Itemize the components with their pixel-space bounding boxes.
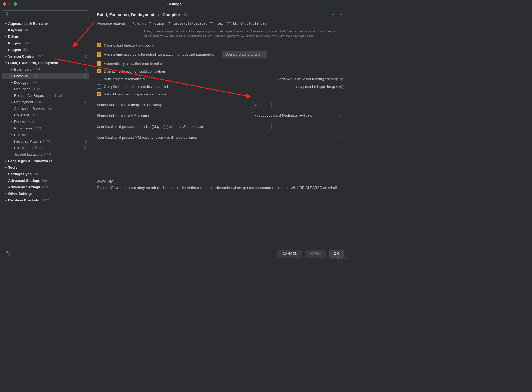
tree-item-trusted-locations[interactable]: Trusted LocationsHost xyxy=(2,151,89,158)
tree-item-kubernetes[interactable]: KubernetesHost xyxy=(2,125,89,131)
field-label: User-local build process VM options (ove… xyxy=(97,135,252,140)
tree-arrow-icon xyxy=(4,35,8,38)
tree-item-settings-sync[interactable]: Settings SyncHost xyxy=(2,171,89,177)
tree-label: Application Servers xyxy=(14,107,45,111)
tree-item-tools[interactable]: Tools xyxy=(2,164,89,171)
titlebar: Settings xyxy=(0,0,349,8)
tree-label: Kubernetes xyxy=(14,126,32,130)
tree-arrow-icon xyxy=(4,159,8,162)
tree-label: Docker xyxy=(14,120,25,124)
tree-label: Deployment xyxy=(14,100,33,104)
numeric-input[interactable] xyxy=(252,123,272,130)
checkbox[interactable] xyxy=(97,84,101,89)
tree-item-version-control[interactable]: Version ControlHost xyxy=(2,53,89,59)
numeric-input[interactable] xyxy=(252,101,272,108)
tree-label: Advanced Settings xyxy=(8,179,40,183)
tree-scope-tag: Client xyxy=(32,87,40,91)
checkbox[interactable] xyxy=(97,61,101,66)
tree-label: Build, Execution, Deployment xyxy=(8,61,58,65)
tree-item-build-tools[interactable]: Build ToolsHost xyxy=(2,66,89,73)
checkbox[interactable] xyxy=(97,52,101,57)
expand-icon[interactable]: ⤢ xyxy=(339,21,342,25)
tree-label: Debugger xyxy=(14,87,30,91)
tree-item-remote-jar-repositories[interactable]: Remote Jar RepositoriesHost xyxy=(2,92,89,99)
tree-label: Appearance & Behavior xyxy=(8,22,48,26)
checkbox-label: Clear output directory on rebuild xyxy=(104,43,154,47)
project-scope-icon xyxy=(84,113,87,117)
help-icon[interactable]: ? xyxy=(5,251,10,256)
tree-item-rainbow-brackets[interactable]: Rainbow BracketsClient xyxy=(2,197,89,203)
field-row: Shared build process heap size (Mbytes): xyxy=(97,101,343,108)
tree-arrow-icon xyxy=(4,22,8,25)
nav-back-icon[interactable]: ← xyxy=(331,12,335,17)
tree-label: Profilers xyxy=(14,133,27,137)
tree-item-appearance-behavior[interactable]: Appearance & Behavior xyxy=(2,20,89,27)
tree-item-advanced-settings[interactable]: Advanced SettingsHost xyxy=(2,184,89,190)
tree-label: Remote Jar Repositories xyxy=(14,94,53,98)
tree-item-application-servers[interactable]: Application ServersHost xyxy=(2,105,89,112)
tree-scope-tag: Client xyxy=(42,179,50,182)
content-header: Build, Execution, Deployment › Compiler … xyxy=(91,8,349,20)
apply-button[interactable]: APPLY xyxy=(305,250,326,258)
tree-item-run-targets[interactable]: Run TargetsHost xyxy=(2,144,89,151)
tree-item-compiler[interactable]: CompilerHost xyxy=(2,73,89,79)
project-scope-icon xyxy=(84,140,87,143)
nav-forward-icon[interactable]: → xyxy=(339,12,343,17)
configure-annotations-button[interactable]: Configure annotations… xyxy=(222,51,267,58)
text-input[interactable] xyxy=(252,134,343,141)
tree-item-required-plugins[interactable]: Required PluginsHost xyxy=(2,138,89,144)
project-scope-icon xyxy=(84,68,87,71)
tree-label: Build Tools xyxy=(14,67,31,71)
tree-item-editor[interactable]: Editor xyxy=(2,33,89,40)
tree-item-plugins[interactable]: PluginsHost xyxy=(2,40,89,46)
resource-patterns-input[interactable] xyxy=(130,20,343,27)
tree-item-advanced-settings[interactable]: Advanced SettingsClient xyxy=(2,177,89,184)
tree-label: Version Control xyxy=(8,54,35,58)
tree-label: Keymap xyxy=(8,28,22,32)
tree-item-profilers[interactable]: Profilers xyxy=(2,131,89,138)
expand-icon[interactable]: ⤢ xyxy=(339,114,342,117)
tree-scope-tag: Client xyxy=(24,28,32,32)
ok-button[interactable]: OK xyxy=(329,250,344,258)
tree-scope-tag: Host xyxy=(44,152,51,156)
warning-body: If option 'Clear output directory on reb… xyxy=(97,186,340,190)
tree-item-coverage[interactable]: CoverageHost xyxy=(2,112,89,118)
tree-scope-tag: Client xyxy=(41,198,49,202)
checkbox-label: Add runtime assertions for notnull-annot… xyxy=(104,52,214,56)
tree-label: Settings Sync xyxy=(8,172,32,176)
tree-scope-tag: Host xyxy=(35,100,42,104)
tree-scope-tag: Host xyxy=(34,126,41,130)
check-row: Clear output directory on rebuild xyxy=(97,43,343,47)
tree-item-docker[interactable]: DockerHost xyxy=(2,118,89,125)
checkbox[interactable] xyxy=(97,77,101,81)
field-row: User-local build process VM options (ove… xyxy=(97,134,343,141)
checkbox[interactable] xyxy=(97,69,101,73)
tree-item-plugins[interactable]: PluginsClient xyxy=(2,46,89,53)
checkbox-label: Compile independent modules in parallel xyxy=(104,85,168,89)
tree-label: Advanced Settings xyxy=(8,185,40,189)
tree-item-other-settings[interactable]: Other Settings xyxy=(2,190,89,197)
checkbox[interactable] xyxy=(97,92,101,96)
cancel-button[interactable]: CANCEL xyxy=(277,250,302,258)
expand-icon[interactable]: ⤢ xyxy=(339,135,342,139)
tree-item-deployment[interactable]: DeploymentHost xyxy=(2,99,89,105)
tree-item-languages-frameworks[interactable]: Languages & Frameworks xyxy=(2,158,89,164)
field-row: Shared build process VM options:⤢ xyxy=(97,112,343,119)
breadcrumb-parent[interactable]: Build, Execution, Deployment xyxy=(97,12,155,17)
tree-item-keymap[interactable]: KeymapClient xyxy=(2,27,89,33)
tree-arrow-icon xyxy=(4,55,8,58)
tree-item-build-execution-deployment[interactable]: Build, Execution, Deployment xyxy=(2,59,89,66)
check-note: (only works while not running / debuggin… xyxy=(270,77,343,81)
checkbox[interactable] xyxy=(97,43,101,47)
tree-arrow-icon xyxy=(10,68,14,71)
tree-arrow-icon xyxy=(10,101,14,103)
tree-item-debugger[interactable]: DebuggerClient xyxy=(2,86,89,92)
breadcrumb: Build, Execution, Deployment › Compiler xyxy=(97,12,187,17)
search-input[interactable]: ▾ xyxy=(2,10,89,18)
text-input[interactable] xyxy=(252,112,343,119)
dialog-footer: ? CANCEL APPLY OK xyxy=(0,247,349,260)
field-row: User-local build process heap size (Mbyt… xyxy=(97,123,343,130)
tree-scope-tag: Host xyxy=(34,172,40,176)
tree-item-debugger[interactable]: DebuggerHost xyxy=(2,79,89,86)
tree-arrow-icon xyxy=(10,74,14,77)
